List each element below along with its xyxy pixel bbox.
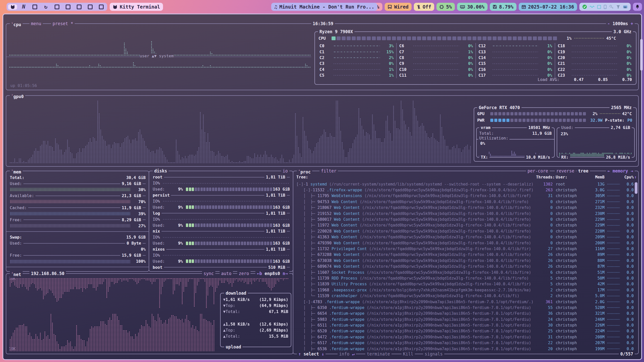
- notifications-pill[interactable]: [633, 3, 642, 11]
- disk-rule-end: [287, 267, 290, 267]
- active-window-button[interactable]: Kitty Terminal: [110, 3, 163, 11]
- process-row[interactable]: │ ├─ 11607 Socket Process (/nix/store/fq…: [293, 269, 637, 275]
- process-row[interactable]: │ ├─ 6511 .ferdium-wrappe (/nix/store/a1…: [293, 322, 637, 328]
- process-row[interactable]: │ ├─ 218067 Web Content (/nix/store/fqad…: [293, 205, 637, 211]
- memory-usage-pill[interactable]: 30.06%: [457, 3, 488, 11]
- process-tree-cell: │ ├─ 689674 Web Content (/nix/store/fqad…: [296, 264, 536, 269]
- proc-reverse-toggle[interactable]: reverse: [555, 168, 576, 174]
- process-row[interactable]: [-]-11532 .firefox-wrappe (/nix/store/fq…: [293, 187, 637, 193]
- process-threads: 36: [536, 311, 553, 316]
- music-icon: ♫: [274, 4, 277, 10]
- process-tree-cell: │ ├─ 6536 .ferdium-wrappe (/nix/store/a1…: [296, 347, 536, 351]
- process-row[interactable]: │ ├─ 220028 Web Content (/nix/store/fqad…: [293, 228, 637, 234]
- terminal-scrollbar[interactable]: [640, 39, 643, 71]
- net-sync-button[interactable]: sync: [202, 270, 215, 277]
- user-column-header[interactable]: User:: [553, 175, 584, 179]
- preset-button[interactable]: preset *: [51, 20, 75, 27]
- workspace-3-box-icon[interactable]: [32, 5, 37, 9]
- process-row[interactable]: │ ├─ 11839 Utility Process (/nix/store/f…: [293, 281, 637, 287]
- proc-scrollbar-thumb[interactable]: [635, 182, 637, 194]
- net-auto-button[interactable]: auto: [220, 270, 233, 277]
- process-row[interactable]: │ ├─ 94753 Web Content (/nix/store/fqadd…: [293, 199, 637, 205]
- disks-io-toggle[interactable]: io: [281, 168, 289, 174]
- process-threads: 26: [536, 252, 553, 257]
- bar-block: [462, 36, 466, 40]
- memb-column-header[interactable]: MemB: [584, 175, 605, 179]
- proc-signals-hint[interactable]: signals: [423, 351, 444, 357]
- process-row[interactable]: │ ├─ 219152 Web Content (/nix/store/fqad…: [293, 211, 637, 216]
- net-zero-button[interactable]: zero: [237, 270, 251, 277]
- proc-tree-toggle[interactable]: tree: [577, 168, 590, 174]
- process-row[interactable]: │ └─ 11539 crashhelper (/nix/store/fqadd…: [293, 293, 637, 299]
- workspace-6-box-icon[interactable]: [65, 5, 70, 9]
- process-threads: 1302: [536, 182, 553, 187]
- workspace-5-box-icon[interactable]: [54, 5, 59, 9]
- menu-button[interactable]: menu: [29, 20, 43, 27]
- net-interface-switcher[interactable]: ←b enp8s0 n→: [255, 270, 289, 277]
- bar-block: [559, 112, 562, 115]
- clock-pill[interactable]: 2025-07-22 16:36: [519, 3, 577, 11]
- workspace-1-cat-icon[interactable]: [8, 4, 17, 10]
- sort-arrow-icon[interactable]: ↑: [634, 175, 637, 179]
- process-rows: [-]-1 systemd (/run/current-system/syste…: [293, 181, 637, 352]
- memory-row: 100%: [10, 258, 146, 264]
- process-row[interactable]: │ ├─ 11732 Privileged Cont (/nix/store/f…: [293, 246, 637, 252]
- network-pill[interactable]: Wired: [385, 3, 412, 11]
- proc-filter-button[interactable]: filter: [319, 168, 338, 174]
- proc-counter: 0/557: [619, 351, 635, 357]
- process-row[interactable]: │ ├─ 6472 .ferdium-wrappe (/nix/store/a1…: [293, 334, 637, 340]
- proc-sort-selector[interactable]: ← memory →: [606, 168, 635, 174]
- process-row[interactable]: │ ├─ 673288 Web Content (/nix/store/fqad…: [293, 252, 637, 258]
- process-row[interactable]: │ ├─ 11739 RDD Process (/nix/store/fqadd…: [293, 275, 637, 281]
- process-mem-graph: [607, 277, 620, 279]
- disk-bar-block: [264, 205, 266, 209]
- process-row[interactable]: │ ├─ 6654 .ferdium-wrappe (/nix/store/a1…: [293, 311, 637, 316]
- process-row[interactable]: │ ├─ 41363 Web Content (/nix/store/fqadd…: [293, 234, 637, 240]
- process-row[interactable]: │ ├─ 11795 WebExtensions (/nix/store/fqa…: [293, 193, 637, 199]
- update-interval-control[interactable]: - 1000ms +: [606, 20, 635, 27]
- process-cmd: (/run/current-system/systemd/lib/systemd…: [329, 182, 534, 187]
- process-row[interactable]: │ ├─ 11968 .keepassxc-prox (/nix/store/b…: [293, 287, 637, 293]
- process-pid: 11795: [317, 194, 332, 198]
- process-row[interactable]: │ ├─ 580017 Web Content (/nix/store/fqad…: [293, 216, 637, 222]
- disk-bar-block: [264, 223, 266, 227]
- process-row[interactable]: │ ├─ 6350 .ferdium-wrappe (/nix/store/a1…: [293, 305, 637, 310]
- workspace-4-restart-icon[interactable]: ↻: [43, 4, 48, 10]
- process-row[interactable]: │ ├─ 5983 .ferdium-wrappe (/nix/store/a1…: [293, 316, 637, 322]
- threads-column-header[interactable]: Threads:: [536, 175, 553, 179]
- workspace-8-box-icon[interactable]: [88, 5, 93, 9]
- process-row[interactable]: │ ├─ 689674 Web Content (/nix/store/fqad…: [293, 263, 637, 269]
- disk-rule: [164, 267, 267, 267]
- workspace-7-box-icon[interactable]: [76, 5, 82, 9]
- process-row[interactable]: [-]-4783 .ferdium-wrappe (/nix/store/a1p…: [293, 299, 637, 305]
- cpu-column-header[interactable]: Cpu%: [621, 175, 634, 179]
- process-row[interactable]: │ ├─ 6517 .ferdium-wrappe (/nix/store/a1…: [293, 340, 637, 346]
- cpu-usage-pill[interactable]: 5%: [436, 3, 455, 11]
- tree-column-header[interactable]: Tree:: [296, 175, 536, 179]
- memory-row-pct: 100%: [133, 259, 146, 264]
- process-row[interactable]: │ ├─ 6520 .ferdium-wrappe (/nix/store/a1…: [293, 328, 637, 334]
- process-row[interactable]: │ ├─ 479390 Web Content (/nix/store/fqad…: [293, 240, 637, 246]
- proc-kill-hint[interactable]: Kill: [401, 351, 415, 357]
- vram-total-label: Total:: [479, 131, 494, 136]
- process-row[interactable]: │ ├─ 11972 Web Content (/nix/store/fqadd…: [293, 222, 637, 228]
- proc-info-hint[interactable]: info ↵: [338, 351, 356, 357]
- proc-terminate-hint[interactable]: terminate: [365, 351, 391, 357]
- process-row[interactable]: [-]-1 systemd (/run/current-system/syste…: [293, 181, 637, 187]
- process-pid: 11972: [317, 223, 332, 228]
- proc-percore-toggle[interactable]: per-core: [526, 168, 550, 174]
- workspaces-pill[interactable]: N↻: [7, 3, 107, 11]
- disk-bar-block: [186, 223, 188, 227]
- proc-select-hint[interactable]: ↑ select ↓: [297, 351, 326, 357]
- process-cpu: 0.0: [621, 311, 634, 316]
- disk-used-value: 163 GiB: [273, 223, 290, 228]
- workspace-2-nix-icon[interactable]: N: [21, 4, 26, 10]
- workspace-9-box-icon[interactable]: [99, 5, 104, 9]
- process-mem-graph: [607, 230, 620, 232]
- media-player-pill[interactable]: ♫ Minuit Machine - Don't Run Fro...: [271, 3, 377, 11]
- process-row[interactable]: │ ├─ 673038 Web Content (/nix/store/fqad…: [293, 258, 637, 263]
- disk-usage-pill[interactable]: 8.79%: [490, 3, 516, 11]
- bar-block: [457, 36, 461, 40]
- system-tray-pill[interactable]: [579, 3, 631, 11]
- bluetooth-pill[interactable]: Off: [414, 3, 434, 11]
